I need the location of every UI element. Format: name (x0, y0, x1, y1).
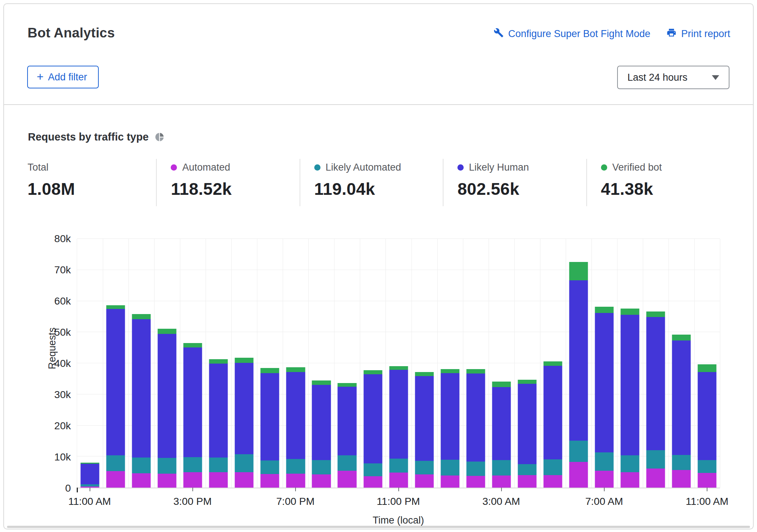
bar-slot-6-00-pm (257, 239, 283, 488)
x-axis-labels: 11:00 AM3:00 PM7:00 PM11:00 PM3:00 AM7:0… (77, 496, 720, 510)
bar-slot-5-00-am (540, 239, 566, 488)
segment-automated (569, 462, 588, 488)
x-tick-label: 3:00 PM (173, 496, 211, 507)
time-range-value: Last 24 hours (627, 72, 688, 83)
segment-verified-bot (620, 309, 639, 315)
segment-verified-bot (132, 314, 151, 319)
bot-analytics-page: Bot Analytics Configure Super Bot Fight … (0, 0, 757, 532)
segment-verified-bot (106, 305, 125, 309)
stacked-bar[interactable] (441, 369, 459, 488)
bar-slot-3-00-am (489, 239, 514, 488)
section-header: Requests by traffic type (28, 131, 164, 143)
segment-likely-human (132, 319, 151, 458)
bar-slot-10-00-pm (360, 239, 386, 488)
stacked-bar[interactable] (106, 305, 125, 488)
stat-value: 119.04k (314, 179, 443, 199)
x-axis-tick (90, 488, 90, 491)
segment-likely-automated (363, 463, 382, 477)
stacked-bar[interactable] (132, 314, 151, 488)
segment-likely-human (466, 374, 485, 462)
segment-likely-human (389, 370, 408, 459)
stacked-bar[interactable] (286, 367, 305, 488)
segment-likely-automated (209, 458, 228, 473)
stat-value: 41.38k (601, 179, 729, 199)
x-axis-tick (295, 488, 296, 491)
stat-total: Total1.08M (28, 159, 156, 206)
stacked-bar[interactable] (184, 343, 202, 488)
segment-verified-bot (235, 358, 254, 363)
segment-likely-human (106, 309, 125, 456)
y-tick-30k: 30k (54, 389, 71, 401)
stacked-bar[interactable] (235, 358, 254, 488)
bar-slot-9-00-am (643, 239, 669, 488)
requests-by-traffic-type-chart (77, 239, 720, 488)
y-tick-20k: 20k (54, 420, 71, 432)
segment-verified-bot (672, 335, 691, 340)
stacked-bar[interactable] (595, 307, 613, 488)
bar-slot-12-00-am (412, 239, 437, 488)
segment-verified-bot (441, 369, 459, 373)
stacked-bar[interactable] (543, 361, 562, 488)
stacked-bar[interactable] (492, 382, 511, 488)
stacked-bar[interactable] (363, 370, 382, 488)
stacked-bar[interactable] (158, 329, 177, 488)
stacked-bar[interactable] (261, 368, 279, 488)
segment-verified-bot (698, 364, 717, 372)
stacked-bar[interactable] (312, 380, 331, 488)
x-axis-tick (707, 488, 707, 491)
x-tick-label: 11:00 AM (68, 496, 111, 507)
print-report-link[interactable]: Print report (666, 28, 730, 40)
segment-likely-human (209, 364, 228, 458)
segment-likely-human (698, 372, 717, 460)
stacked-bar[interactable] (698, 364, 717, 488)
add-filter-button[interactable]: + Add filter (27, 66, 99, 88)
stat-label-text: Total (28, 162, 48, 173)
segment-verified-bot (415, 372, 434, 376)
stacked-bar[interactable] (389, 366, 408, 488)
segment-automated (132, 473, 151, 488)
stacked-bar[interactable] (338, 383, 356, 488)
stacked-bar[interactable] (646, 311, 665, 488)
segment-automated (363, 476, 382, 488)
segment-automated (543, 475, 562, 488)
card-bottom-divider (7, 526, 750, 528)
header-links: Configure Super Bot Fight Mode Print rep… (493, 28, 730, 40)
segment-likely-human (312, 385, 331, 460)
analytics-card: Bot Analytics Configure Super Bot Fight … (3, 3, 754, 529)
stacked-bar[interactable] (569, 262, 588, 488)
x-axis-tick (192, 488, 193, 491)
segment-automated (646, 469, 665, 488)
segment-likely-automated (184, 457, 202, 472)
segment-likely-automated (338, 455, 356, 471)
stat-label-text: Likely Human (469, 162, 529, 173)
bar-slot-7-00-am (591, 239, 617, 488)
segment-automated (235, 472, 254, 488)
x-tick-label: 7:00 PM (276, 496, 315, 507)
segment-likely-automated (415, 461, 434, 474)
stacked-bar[interactable] (80, 463, 99, 488)
bar-slot-1-00-am (437, 239, 463, 488)
wrench-icon (493, 28, 504, 40)
stacked-bar[interactable] (620, 309, 639, 488)
segment-likely-automated (672, 455, 691, 470)
configure-super-bot-fight-mode-link[interactable]: Configure Super Bot Fight Mode (493, 28, 650, 40)
legend-dot-verified-bot (601, 164, 607, 171)
x-tick-label: 11:00 AM (686, 496, 728, 507)
legend-dot-likely-human (457, 164, 464, 171)
x-axis-title: Time (local) (77, 515, 720, 526)
segment-likely-human (569, 280, 588, 441)
stat-value: 1.08M (28, 179, 156, 199)
stacked-bar[interactable] (518, 380, 536, 488)
stacked-bar[interactable] (209, 359, 228, 488)
bar-slot-11-00-pm (386, 239, 412, 488)
segment-automated (441, 475, 459, 488)
segment-likely-automated (595, 452, 613, 471)
printer-icon (666, 28, 677, 40)
y-tick-70k: 70k (54, 264, 71, 276)
stacked-bar[interactable] (672, 335, 691, 488)
segment-automated (518, 475, 536, 488)
stacked-bar[interactable] (415, 372, 434, 488)
time-range-select[interactable]: Last 24 hours (617, 66, 729, 89)
segment-likely-automated (235, 454, 254, 472)
stacked-bar[interactable] (466, 369, 485, 488)
